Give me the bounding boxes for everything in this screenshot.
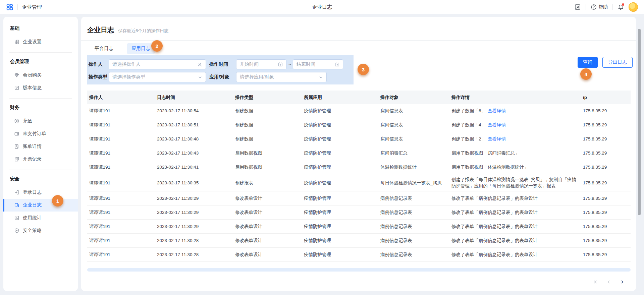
cell: 谭谭谭191 [87,134,155,144]
wallet-icon [14,131,19,136]
start-time-input[interactable]: 开始时间 [236,59,286,69]
type-filter-label: 操作类型 [89,74,107,80]
table-row: 谭谭谭1912023-02-17 11:30:29修改表单设计疫情防护管理病例信… [87,220,631,234]
calendar-icon [278,62,283,67]
annotation-badge-1: 1 [52,195,63,206]
horizontal-scrollbar[interactable] [87,268,631,272]
sidebar-section-title: 财务 [3,99,78,115]
search-button[interactable]: 查询 [578,57,598,68]
sidebar-item-enterprise-log[interactable]: 企业日志 [3,199,78,212]
sidebar-item-invoice[interactable]: 开票记录 [3,153,78,166]
cell: 2023-02-17 11:30:43 [155,148,233,158]
view-detail-link[interactable]: 查看详情 [488,122,506,127]
cell-ip: 175.8.35.29 [581,193,631,203]
filter-panel: 操作人 请选择操作人 操作时间 开始时间 ~ [87,55,354,84]
app-grid-logo-icon[interactable] [6,3,13,11]
app-placeholder: 请选择应用/对象 [240,74,316,80]
end-time-input[interactable]: 结束时间 [293,59,343,69]
cell-ip: 175.8.35.29 [581,120,631,130]
contact-card-icon[interactable] [574,4,581,10]
cell: 2023-02-17 11:30:51 [155,120,233,130]
sidebar-item-building[interactable]: 企业设置 [3,36,78,48]
cell: 修改表单设计 [233,235,302,246]
header-divider [586,4,586,10]
sidebar-item-login-log[interactable]: 登录日志 [3,186,78,199]
first-page-button[interactable] [592,278,599,286]
cell-detail: 修改了表单「病例信息记录表」的表单设计 [449,193,581,203]
detail-text: 修改了表单「病例信息记录表」的表单设计 [451,238,538,243]
detail-text: 修改了表单「病例信息记录表」的表单设计 [451,224,538,229]
column-header: 操作人 [87,92,155,103]
column-header: 日志时间 [155,92,233,103]
cell-ip: 175.8.35.29 [581,249,631,260]
column-header: 操作类型 [233,92,302,103]
cell: 房间信息表 [378,134,449,144]
sidebar-item-security-policy[interactable]: 安全策略 [3,224,78,237]
sidebar-item-version[interactable]: 版本信息 [3,81,78,94]
operator-placeholder: 请选择操作人 [112,61,195,67]
cell-detail: 启用了数据视图「房间消毒汇总」 [449,148,581,158]
cell-detail: 创建了数据「6」查看详情 [449,106,581,116]
cell: 谭谭谭191 [87,148,155,158]
vertical-scrollbar[interactable] [638,29,641,215]
notification-bell-icon[interactable] [618,4,624,10]
cell: 2023-02-17 11:30:29 [155,221,233,232]
enterprise-log-icon [14,202,19,208]
next-page-button[interactable] [619,278,626,286]
sidebar-item-label: 企业设置 [23,39,42,45]
view-detail-link[interactable]: 查看详情 [488,108,506,113]
cell-detail: 修改了表单「病例信息记录表」的表单设计 [449,249,581,260]
header-divider [612,4,613,10]
chevron-down-icon [198,75,202,79]
cell: 房间信息表 [378,120,449,130]
app-title: 企业管理 [22,4,42,10]
cell-detail: 修改了表单「病例信息记录表」的表单设计 [449,221,581,232]
previous-page-button[interactable] [605,278,612,286]
app-object-select[interactable]: 请选择应用/对象 [236,72,327,82]
help-icon [591,4,597,10]
detail-text: 修改了表单「病例信息记录表」的表单设计 [451,210,538,215]
bill-icon [14,144,19,149]
cell: 创建数据 [233,134,302,144]
tab-app-log[interactable]: 应用日志 [127,43,155,54]
cell: 谭谭谭191 [87,193,155,203]
header-divider [17,4,18,10]
cell: 谭谭谭191 [87,235,155,246]
sidebar-item-recharge[interactable]: 充值 [3,115,78,127]
detail-text: 创建了数据「6」 [451,108,486,113]
cell-ip: 175.8.35.29 [581,148,631,158]
column-header: 操作详情 [449,92,581,103]
view-detail-link[interactable]: 查看详情 [488,136,506,141]
operator-select[interactable]: 请选择操作人 [109,59,206,69]
sidebar-item-bill[interactable]: 账单详情 [3,140,78,153]
security-policy-icon [14,228,19,233]
user-avatar[interactable] [629,2,638,12]
help-button[interactable]: 帮助 [591,4,608,10]
cell: 修改表单设计 [233,207,302,218]
cell-ip: 175.8.35.29 [581,134,631,144]
table-header-row: 操作人日志时间操作类型所属应用操作对象操作详情ip [87,91,631,104]
cell-ip: 175.8.35.29 [581,162,631,172]
time-range-separator: ~ [288,62,291,67]
sidebar-item-wallet[interactable]: 未支付订单 [3,127,78,140]
tab-platform-log[interactable]: 平台日志 [90,43,118,54]
cell: 创建数据 [233,106,302,116]
detail-text: 修改了表单「病例信息记录表」的表单设计 [451,196,538,201]
detail-text: 创建了报表「每日体温检测情况一览表_拷贝」，复制自「疫情防护管理」应用的「每日体… [451,177,576,188]
detail-text: 启用了数据视图「房间消毒汇总」 [451,151,520,156]
cell: 修改表单设计 [233,249,302,260]
cell: 谭谭谭191 [87,162,155,172]
cell-ip: 175.8.35.29 [581,235,631,246]
content-title: 企业日志 [87,25,114,35]
sidebar-item-label: 开票记录 [23,156,42,162]
sidebar-item-usage-stats[interactable]: 使用统计 [3,212,78,224]
page-title: 企业日志 [312,4,332,10]
export-log-button[interactable]: 导出日志 [602,57,633,68]
main-panel: 企业日志 保存最近6个月的操作日志 平台日志应用日志 操作人 请选择操作人 操作… [81,17,636,291]
type-select[interactable]: 请选择操作类型 [109,72,206,82]
cell-ip: 175.8.35.29 [581,207,631,218]
sidebar-item-diamond[interactable]: 会员购买 [3,69,78,81]
building-icon [14,39,19,45]
cell-ip: 175.8.35.29 [581,106,631,116]
pagination [592,278,626,286]
